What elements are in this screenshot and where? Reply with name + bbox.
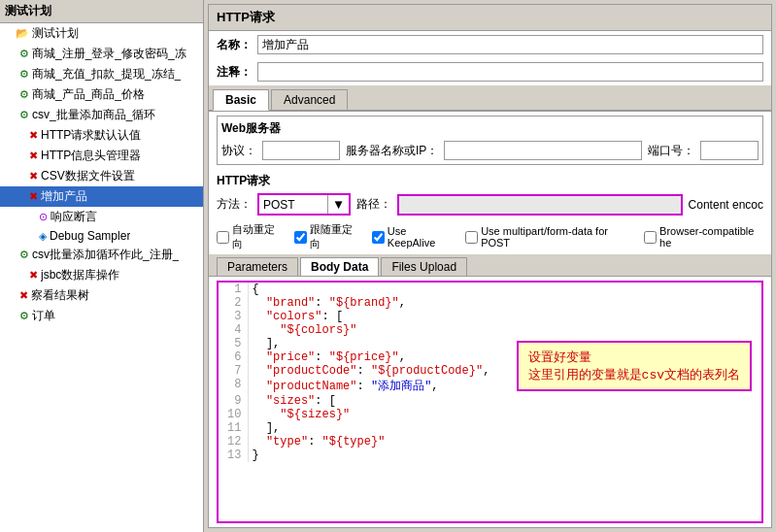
table-row: 10 "${sizes}" xyxy=(219,408,761,421)
sub-tabs: ParametersBody DataFiles Upload xyxy=(209,254,771,277)
line-number: 2 xyxy=(219,296,248,310)
line-content[interactable]: ], xyxy=(248,421,761,435)
sidebar-item-shop3[interactable]: ⚙商城_产品_商品_价格 xyxy=(0,84,203,105)
line-content[interactable]: { xyxy=(248,283,761,296)
auto-redirect-checkbox[interactable] xyxy=(217,231,229,244)
line-number: 9 xyxy=(219,394,248,408)
checkbox-auto-redirect: 自动重定向 xyxy=(217,222,283,251)
sidebar-item-jdbc-op[interactable]: ✖jsbc数据库操作 xyxy=(0,265,203,285)
sampler-red-icon: ✖ xyxy=(29,170,38,183)
sidebar-item-default-val[interactable]: ✖HTTP请求默认认值 xyxy=(0,125,203,146)
sidebar-item-order[interactable]: ⚙订单 xyxy=(0,306,203,326)
code-editor[interactable]: 1{2 "brand": "${brand}",3 "colors": [4 "… xyxy=(217,281,763,523)
line-content[interactable]: "${colors}" xyxy=(248,323,761,337)
sidebar-title: 测试计划 xyxy=(0,0,203,23)
line-number: 11 xyxy=(219,421,248,435)
table-row: 1{ xyxy=(219,283,761,296)
multipart-checkbox[interactable] xyxy=(465,231,478,244)
sidebar-item-result-tree[interactable]: ✖察看结果树 xyxy=(0,285,203,306)
line-number: 7 xyxy=(219,364,248,378)
sidebar-item-label: HTTP信息头管理器 xyxy=(41,148,141,164)
table-row: 11 ], xyxy=(219,421,761,435)
sidebar-item-label: 商城_产品_商品_价格 xyxy=(32,86,145,103)
name-input[interactable] xyxy=(257,35,763,54)
sidebar: 测试计划 📂测试计划⚙商城_注册_登录_修改密码_冻⚙商城_充值_扣款_提现_冻… xyxy=(0,0,204,532)
protocol-label: 协议： xyxy=(221,143,256,159)
server-input[interactable] xyxy=(444,141,642,160)
tab-advanced[interactable]: Advanced xyxy=(271,89,348,110)
sidebar-item-label: CSV数据文件设置 xyxy=(41,168,135,184)
line-number: 3 xyxy=(219,310,248,323)
sidebar-item-csv-config[interactable]: ✖CSV数据文件设置 xyxy=(0,166,203,186)
sampler-red-icon: ✖ xyxy=(29,190,38,203)
comment-input[interactable] xyxy=(257,62,763,82)
line-content[interactable]: "${sizes}" xyxy=(248,408,761,421)
keepalive-label: Use KeepAlive xyxy=(388,225,454,249)
sidebar-item-response-assert[interactable]: ⊙响应断言 xyxy=(0,207,203,227)
browser-compat-checkbox[interactable] xyxy=(644,231,657,244)
name-label: 名称： xyxy=(217,37,252,53)
checkbox-follow-redirect: 跟随重定向 xyxy=(294,222,360,251)
sub-tab-files-upload[interactable]: Files Upload xyxy=(381,257,467,276)
line-content[interactable]: "type": "${type}" xyxy=(248,435,761,449)
line-number: 10 xyxy=(219,408,248,421)
line-number: 12 xyxy=(219,435,248,449)
sidebar-item-label: 商城_注册_登录_修改密码_冻 xyxy=(32,46,186,62)
line-number: 5 xyxy=(219,337,248,350)
port-input[interactable] xyxy=(700,141,759,160)
path-label: 路径： xyxy=(356,196,391,213)
main-panel: HTTP请求 名称： 注释： BasicAdvanced Web服务器 协议： … xyxy=(204,0,776,532)
tab-basic[interactable]: Basic xyxy=(213,89,269,111)
table-row: 12 "type": "${type}" xyxy=(219,435,761,449)
auto-redirect-label: 自动重定向 xyxy=(232,222,283,251)
sidebar-item-csv-add-loop[interactable]: ⚙csv批量添加循环作此_注册_ xyxy=(0,245,203,265)
sidebar-item-label: csv_批量添加商品_循环 xyxy=(32,107,155,123)
comment-label: 注释： xyxy=(217,64,252,81)
sidebar-item-add-product[interactable]: ✖增加产品 xyxy=(0,186,203,207)
keepalive-checkbox[interactable] xyxy=(372,231,385,244)
debug-icon: ◈ xyxy=(39,230,47,243)
follow-redirect-checkbox[interactable] xyxy=(294,231,307,244)
checkboxes-row: 自动重定向跟随重定向Use KeepAliveUse multipart/for… xyxy=(209,219,771,254)
browser-compat-label: Browser-compatible he xyxy=(659,225,763,249)
sidebar-item-header-mgr[interactable]: ✖HTTP信息头管理器 xyxy=(0,146,203,166)
name-row: 名称： xyxy=(209,31,771,58)
thread-icon: ⚙ xyxy=(19,310,29,322)
table-row: 13} xyxy=(219,449,761,462)
sidebar-item-label: HTTP请求默认认值 xyxy=(41,127,141,144)
sidebar-item-label: 订单 xyxy=(32,308,55,324)
annotation-line1: 设置好变量 xyxy=(528,349,740,366)
checkbox-browser-compat: Browser-compatible he xyxy=(644,225,763,249)
sub-tab-parameters[interactable]: Parameters xyxy=(217,257,298,276)
sidebar-item-csv-loop[interactable]: ⚙csv_批量添加商品_循环 xyxy=(0,105,203,125)
line-number: 1 xyxy=(219,283,248,296)
path-input[interactable] xyxy=(399,196,680,214)
line-content[interactable]: "brand": "${brand}", xyxy=(248,296,761,310)
sampler-red-icon: ✖ xyxy=(19,289,28,302)
sidebar-item-label: 商城_充值_扣款_提现_冻结_ xyxy=(32,66,181,83)
sidebar-item-shop1[interactable]: ⚙商城_注册_登录_修改密码_冻 xyxy=(0,44,203,64)
thread-icon: ⚙ xyxy=(19,109,29,121)
sampler-red-icon: ✖ xyxy=(29,269,38,282)
sidebar-item-label: csv批量添加循环作此_注册_ xyxy=(32,247,179,263)
line-content[interactable]: } xyxy=(248,449,761,462)
sub-tab-body-data[interactable]: Body Data xyxy=(300,257,379,276)
method-select-wrapper: POST GET PUT DELETE ▼ xyxy=(257,193,351,216)
annotation-line2: 这里引用的变量就是csv文档的表列名 xyxy=(528,366,740,383)
line-number: 13 xyxy=(219,449,248,462)
method-row: 方法： POST GET PUT DELETE ▼ 路径： Content en… xyxy=(217,193,763,216)
sampler-red-icon: ✖ xyxy=(29,129,38,142)
search-icon: ⊙ xyxy=(39,211,48,223)
sidebar-item-shop2[interactable]: ⚙商城_充值_扣款_提现_冻结_ xyxy=(0,64,203,84)
thread-icon: ⚙ xyxy=(19,48,29,60)
web-server-section: Web服务器 协议： 服务器名称或IP： 端口号： xyxy=(217,116,763,165)
http-request-title: HTTP请求 xyxy=(217,173,763,189)
line-content[interactable]: "colors": [ xyxy=(248,310,761,323)
method-dropdown-btn[interactable]: ▼ xyxy=(327,195,349,214)
sidebar-item-debug-sampler[interactable]: ◈Debug Sampler xyxy=(0,227,203,245)
protocol-input[interactable] xyxy=(262,141,340,160)
method-select[interactable]: POST GET PUT DELETE xyxy=(259,196,327,214)
sidebar-item-testplan[interactable]: 📂测试计划 xyxy=(0,23,203,44)
line-content[interactable]: "sizes": [ xyxy=(248,394,761,408)
table-row: 3 "colors": [ xyxy=(219,310,761,323)
